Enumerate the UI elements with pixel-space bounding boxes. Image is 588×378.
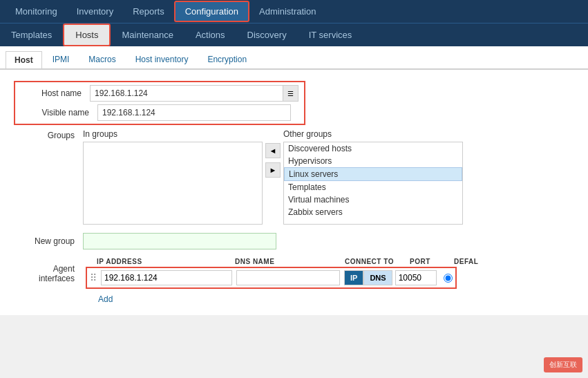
nav-actions[interactable]: Actions: [184, 25, 236, 45]
agent-port-input[interactable]: [395, 270, 437, 285]
drag-handle-icon: ⠿: [90, 272, 101, 283]
default-radio[interactable]: [444, 274, 453, 283]
agent-interfaces-columns: IP ADDRESS DNS NAME CONNECT TO PORT DEFA…: [83, 258, 495, 289]
tab-navigation: Host IPMI Macros Host inventory Encrypti…: [0, 46, 588, 70]
top-navigation: Monitoring Inventory Reports Configurati…: [0, 0, 588, 23]
hostname-input[interactable]: [90, 85, 283, 102]
new-group-label: New group: [28, 236, 83, 246]
col-dns-label: DNS NAME: [235, 258, 342, 265]
group-virtual-machines[interactable]: Virtual machines: [284, 193, 462, 206]
nav-maintenance[interactable]: Maintenance: [111, 25, 184, 45]
nav-discovery[interactable]: Discovery: [236, 25, 298, 45]
visible-name-input[interactable]: [97, 104, 291, 121]
tab-macros[interactable]: Macros: [79, 50, 124, 68]
nav-configuration[interactable]: Configuration: [174, 1, 249, 22]
connect-ip-button[interactable]: IP: [344, 270, 363, 285]
new-group-row: New group: [28, 233, 574, 249]
other-groups-label: Other groups: [283, 129, 463, 139]
col-connect-label: CONNECT TO: [345, 258, 407, 265]
hostname-picker-button[interactable]: ☰: [283, 85, 298, 102]
visible-name-label: Visible name: [28, 108, 97, 117]
other-groups-wrap: Other groups Discovered hosts Hypervisor…: [283, 129, 463, 225]
hostname-input-wrap: ☰: [90, 85, 298, 102]
group-discovered-hosts[interactable]: Discovered hosts: [284, 142, 462, 155]
left-arrow-icon: ◄: [269, 147, 277, 155]
in-groups-list[interactable]: [83, 142, 263, 225]
agent-ip-input[interactable]: [101, 270, 232, 285]
tab-encryption[interactable]: Encryption: [198, 50, 256, 68]
col-default-label: DEFAL: [454, 258, 495, 265]
nav-hosts[interactable]: Hosts: [63, 23, 111, 46]
connect-to-buttons: IP DNS: [344, 270, 392, 285]
main-content: Host name ☰ Visible name Groups In group…: [0, 70, 588, 315]
add-link[interactable]: Add: [98, 294, 113, 304]
nav-inventory[interactable]: Inventory: [67, 2, 123, 21]
agent-interfaces-label: Agent interfaces: [28, 264, 83, 283]
in-groups-label: In groups: [83, 129, 263, 139]
groups-label: Groups: [28, 129, 83, 140]
groups-section: Groups In groups ◄ ► Other groups Discov…: [28, 129, 574, 225]
agent-dns-input[interactable]: [236, 270, 340, 285]
list-icon: ☰: [287, 90, 294, 97]
nav-it-services[interactable]: IT services: [298, 25, 363, 45]
tab-ipmi[interactable]: IPMI: [44, 50, 79, 68]
agent-interface-row: ⠿ IP DNS: [86, 267, 457, 289]
in-groups-wrap: In groups: [83, 129, 263, 225]
agent-interfaces-section: Agent interfaces IP ADDRESS DNS NAME CON…: [28, 258, 574, 304]
tab-host-inventory[interactable]: Host inventory: [126, 50, 198, 68]
hostname-row: Host name ☰ Visible name: [14, 81, 305, 125]
other-groups-list[interactable]: Discovered hosts Hypervisors Linux serve…: [283, 142, 463, 225]
move-left-button[interactable]: ◄: [265, 143, 281, 158]
tab-host[interactable]: Host: [6, 51, 42, 68]
group-linux-servers[interactable]: Linux servers: [284, 167, 462, 181]
new-group-input[interactable]: [83, 233, 276, 249]
nav-monitoring[interactable]: Monitoring: [6, 2, 67, 21]
connect-dns-button[interactable]: DNS: [363, 270, 392, 285]
group-hypervisors[interactable]: Hypervisors: [284, 155, 462, 167]
col-port-label: PORT: [410, 258, 451, 265]
move-right-button[interactable]: ►: [265, 162, 281, 178]
group-zabbix-servers[interactable]: Zabbix servers: [284, 206, 462, 218]
hostname-label: Host name: [21, 88, 90, 98]
group-templates[interactable]: Templates: [284, 181, 462, 193]
second-navigation: Templates Hosts Maintenance Actions Disc…: [0, 23, 588, 46]
group-arrow-buttons: ◄ ►: [263, 143, 283, 178]
right-arrow-icon: ►: [269, 166, 277, 174]
col-ip-label: IP ADDRESS: [97, 258, 228, 265]
nav-reports[interactable]: Reports: [123, 2, 174, 21]
nav-templates[interactable]: Templates: [0, 25, 63, 45]
visible-name-input-wrap: [97, 104, 291, 121]
nav-administration[interactable]: Administration: [249, 2, 325, 21]
